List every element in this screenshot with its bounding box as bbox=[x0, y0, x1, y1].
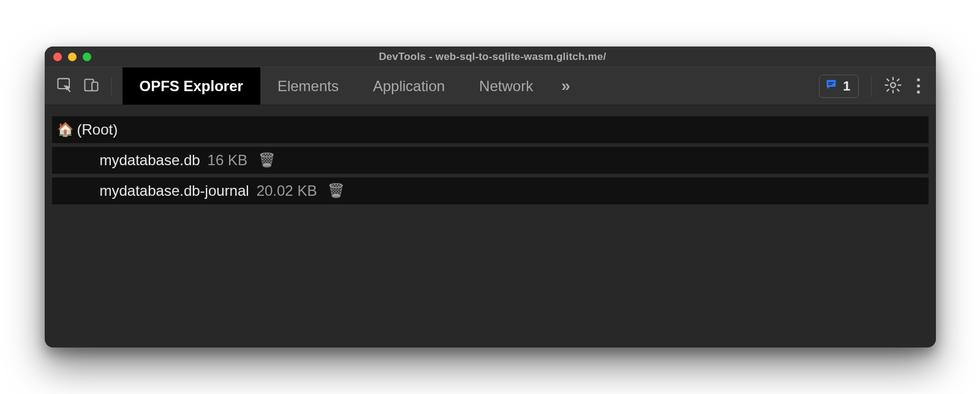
panel-tabs: OPFS Explorer Elements Application Netwo… bbox=[123, 67, 551, 105]
file-size: 16 KB bbox=[208, 152, 247, 169]
inspect-tools bbox=[56, 76, 100, 96]
tab-application[interactable]: Application bbox=[356, 67, 462, 105]
issues-count: 1 bbox=[843, 78, 850, 94]
settings-button[interactable] bbox=[884, 76, 902, 97]
titlebar: DevTools - web-sql-to-sqlite-wasm.glitch… bbox=[45, 46, 936, 67]
root-directory-row[interactable]: 🏠 (Root) bbox=[52, 116, 929, 143]
toolbar-right-divider bbox=[871, 76, 872, 97]
toolbar-right: 1 bbox=[819, 75, 922, 98]
delete-file-button[interactable]: 🗑️ bbox=[258, 152, 275, 168]
more-options-button[interactable] bbox=[914, 76, 922, 96]
svg-point-5 bbox=[891, 83, 895, 87]
devtools-window: DevTools - web-sql-to-sqlite-wasm.glitch… bbox=[45, 46, 936, 348]
file-row[interactable]: mydatabase.db-journal 20.02 KB 🗑️ bbox=[52, 177, 929, 204]
tab-network[interactable]: Network bbox=[462, 67, 550, 105]
file-size: 20.02 KB bbox=[257, 182, 317, 199]
window-title: DevTools - web-sql-to-sqlite-wasm.glitch… bbox=[58, 51, 927, 63]
chat-icon bbox=[824, 78, 838, 95]
device-toolbar-icon[interactable] bbox=[83, 76, 100, 96]
svg-rect-2 bbox=[92, 82, 97, 91]
toolbar-divider bbox=[111, 77, 111, 95]
more-tabs-button[interactable]: » bbox=[561, 76, 568, 95]
svg-rect-4 bbox=[829, 84, 832, 85]
toolbar: OPFS Explorer Elements Application Netwo… bbox=[45, 67, 936, 105]
delete-file-button[interactable]: 🗑️ bbox=[328, 183, 344, 199]
inspect-element-icon[interactable] bbox=[56, 76, 73, 96]
opfs-explorer-panel: 🏠 (Root) mydatabase.db 16 KB 🗑️ mydataba… bbox=[45, 105, 936, 219]
tab-opfs-explorer[interactable]: OPFS Explorer bbox=[123, 67, 260, 105]
file-row[interactable]: mydatabase.db 16 KB 🗑️ bbox=[52, 147, 929, 174]
root-label: (Root) bbox=[77, 121, 118, 138]
file-name: mydatabase.db-journal bbox=[100, 182, 249, 199]
issues-button[interactable]: 1 bbox=[819, 75, 858, 98]
svg-rect-3 bbox=[829, 82, 834, 83]
home-icon: 🏠 bbox=[57, 122, 74, 138]
file-name: mydatabase.db bbox=[100, 152, 200, 169]
tab-elements[interactable]: Elements bbox=[260, 67, 356, 105]
